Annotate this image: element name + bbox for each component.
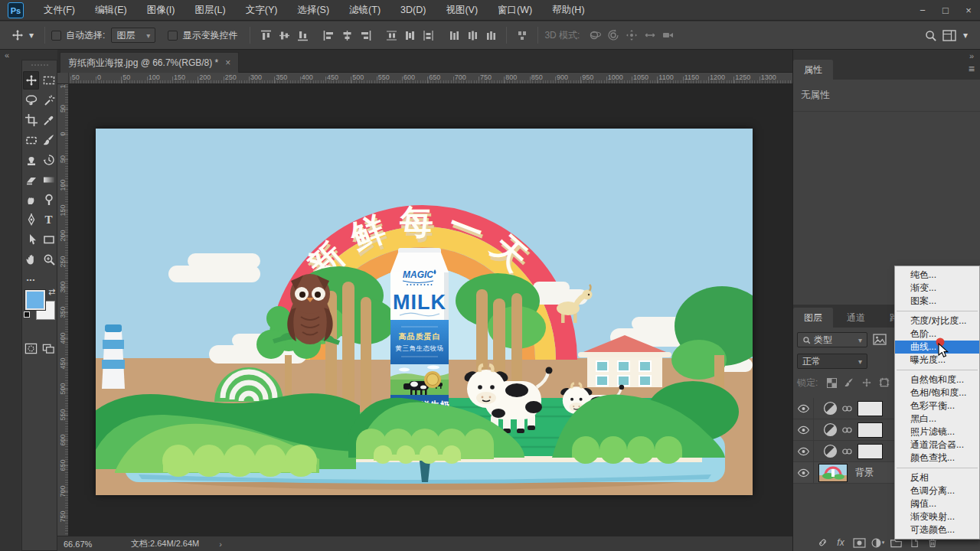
adjustment-menu-item-10[interactable]: 黑白... <box>895 412 979 425</box>
collapse-toolbar-icon[interactable]: « <box>5 51 9 60</box>
adjustment-menu-item-2[interactable]: 图案... <box>895 295 979 308</box>
tab-channels[interactable]: 通道 <box>836 308 876 328</box>
menu-item-6[interactable]: 滤镜(T) <box>339 0 390 21</box>
smudge-tool[interactable] <box>23 191 39 209</box>
adjustment-menu-item-18[interactable]: 可选颜色... <box>895 523 979 536</box>
menu-item-10[interactable]: 帮助(H) <box>542 0 594 21</box>
edit-toolbar-ellipsis[interactable]: ••• <box>23 270 39 289</box>
3d-drag-icon[interactable] <box>622 27 641 44</box>
move-tool-preset-icon[interactable] <box>11 28 24 42</box>
tab-close-icon[interactable]: × <box>225 57 230 68</box>
lock-image-pixels-icon[interactable] <box>841 376 857 390</box>
adjustment-menu-item-16[interactable]: 阈值... <box>895 497 979 510</box>
layer-style-icon[interactable]: fx <box>831 536 850 549</box>
magic-wand-tool[interactable] <box>41 91 57 109</box>
rectangle-tool[interactable] <box>41 230 57 249</box>
align-top-edges-icon[interactable] <box>256 27 275 44</box>
lock-transparent-pixels-icon[interactable] <box>824 376 839 390</box>
3d-camera-icon[interactable] <box>659 27 678 44</box>
adjustment-menu-item-3[interactable]: 亮度/对比度... <box>895 315 979 328</box>
layer-mask-thumbnail[interactable] <box>858 401 883 416</box>
eraser-tool[interactable] <box>23 171 39 189</box>
swap-colors-icon[interactable]: ⇄ <box>48 287 55 297</box>
adjustment-menu-item-7[interactable]: 自然饱和度... <box>895 373 979 386</box>
history-brush-tool[interactable] <box>41 151 57 169</box>
adjustment-menu-item-13[interactable]: 颜色查找... <box>895 452 979 465</box>
layer-visibility-toggle[interactable] <box>793 462 814 484</box>
rectangular-marquee-tool[interactable] <box>41 71 57 90</box>
layer-visibility-toggle[interactable] <box>793 441 814 462</box>
foreground-swatch[interactable] <box>25 290 45 310</box>
lock-position-icon[interactable] <box>859 376 874 390</box>
distribute-spacing-icon[interactable] <box>513 27 531 44</box>
lock-artboard-icon[interactable] <box>877 376 892 390</box>
maximize-button[interactable]: □ <box>934 0 957 21</box>
auto-select-checkbox[interactable] <box>51 31 61 41</box>
tab-properties[interactable]: 属性 <box>793 60 833 80</box>
align-horizontal-centers-icon[interactable] <box>338 27 356 44</box>
document-tab[interactable]: 剪纸商业海报.jpg @ 66.7%(RGB/8) * × <box>60 52 239 73</box>
3d-roll-icon[interactable] <box>604 27 622 44</box>
minimize-button[interactable]: − <box>911 0 934 21</box>
menu-item-5[interactable]: 选择(S) <box>287 0 339 21</box>
default-colors-icon[interactable] <box>24 311 30 318</box>
brush-tool[interactable] <box>41 131 57 149</box>
status-options-chevron[interactable]: › <box>219 540 222 549</box>
adjustment-menu-item-1[interactable]: 渐变... <box>895 282 979 295</box>
distribute-top-edges-icon[interactable] <box>382 27 400 44</box>
link-layers-icon[interactable] <box>813 536 831 549</box>
canvas-viewport[interactable]: 新鲜每一天 新鲜每一天 <box>69 84 792 536</box>
panel-menu-icon[interactable]: ≡ <box>969 63 975 75</box>
lasso-tool[interactable] <box>23 91 39 109</box>
menu-item-7[interactable]: 3D(D) <box>390 0 436 21</box>
adjustment-menu-item-0[interactable]: 纯色... <box>895 269 979 282</box>
path-selection-tool[interactable] <box>23 230 39 249</box>
screen-mode-icon[interactable] <box>41 339 57 357</box>
3d-rotate-icon[interactable] <box>586 27 604 44</box>
hand-tool[interactable] <box>23 250 39 269</box>
tool-preset-chevron[interactable]: ▾ <box>24 28 38 43</box>
menu-item-0[interactable]: 文件(F) <box>34 0 85 21</box>
menu-item-1[interactable]: 编辑(E) <box>85 0 137 21</box>
layer-filter-type-dropdown[interactable]: 类型 ▾ <box>797 332 867 347</box>
distribute-horizontal-centers-icon[interactable] <box>463 27 482 44</box>
patch-tool[interactable] <box>23 131 39 149</box>
type-tool[interactable]: T <box>41 210 57 229</box>
adjustment-menu-item-8[interactable]: 色相/饱和度... <box>895 386 979 399</box>
3d-slide-icon[interactable] <box>641 27 659 44</box>
workspace-chevron[interactable]: ▾ <box>959 28 972 43</box>
align-vertical-centers-icon[interactable] <box>275 27 293 44</box>
filter-pixel-layers-icon[interactable] <box>873 334 887 345</box>
menu-item-4[interactable]: 文字(Y) <box>236 0 288 21</box>
adjustment-menu-item-17[interactable]: 渐变映射... <box>895 510 979 523</box>
move-tool[interactable] <box>23 71 39 90</box>
adjustment-menu-item-11[interactable]: 照片滤镜... <box>895 425 979 439</box>
new-adjustment-layer-icon[interactable]: ▾ <box>868 536 887 549</box>
tab-layers[interactable]: 图层 <box>793 308 833 328</box>
layer-mask-thumbnail[interactable] <box>858 422 883 438</box>
mask-link-icon[interactable] <box>842 425 852 435</box>
distribute-vertical-centers-icon[interactable] <box>400 27 419 44</box>
search-icon[interactable] <box>922 27 940 44</box>
layer-visibility-toggle[interactable] <box>793 419 814 441</box>
zoom-tool[interactable] <box>41 250 57 269</box>
layer-visibility-toggle[interactable] <box>793 398 814 419</box>
menu-item-9[interactable]: 窗口(W) <box>488 0 542 21</box>
blend-mode-dropdown[interactable]: 正常▾ <box>797 354 867 369</box>
crop-tool[interactable] <box>23 111 39 129</box>
distribute-left-edges-icon[interactable] <box>445 27 463 44</box>
menu-item-8[interactable]: 视图(V) <box>436 0 488 21</box>
layer-mask-thumbnail[interactable] <box>858 444 883 459</box>
adjustment-menu-item-14[interactable]: 反相 <box>895 471 979 484</box>
gradient-tool[interactable] <box>41 171 57 189</box>
zoom-level-field[interactable]: 66.67% <box>64 540 125 549</box>
distribute-right-edges-icon[interactable] <box>482 27 500 44</box>
close-button[interactable]: × <box>957 0 980 21</box>
align-left-edges-icon[interactable] <box>319 27 338 44</box>
workspace-switcher-icon[interactable] <box>940 27 959 44</box>
menu-item-3[interactable]: 图层(L) <box>185 0 235 21</box>
quick-mask-icon[interactable] <box>23 339 39 357</box>
eyedropper-tool[interactable] <box>41 111 57 129</box>
show-transform-checkbox[interactable] <box>168 31 178 41</box>
align-right-edges-icon[interactable] <box>356 27 374 44</box>
